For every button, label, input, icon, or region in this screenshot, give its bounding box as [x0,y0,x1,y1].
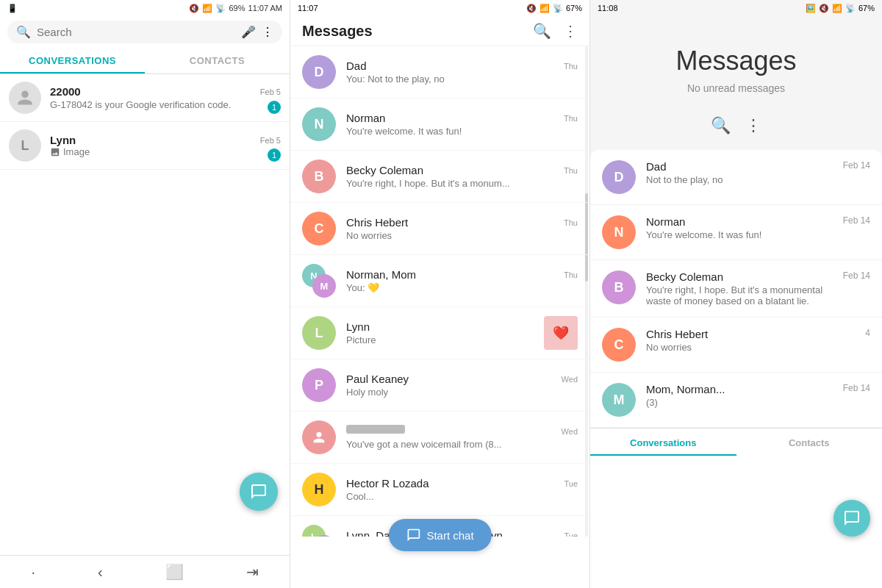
panel3-big-title: Messages [675,46,796,76]
list-item[interactable]: N Norman Thu You're welcome. It was fun! [290,98,589,151]
panel3-status-icons: 🖼️ 🔇 📶 📡 67% [806,4,875,13]
panel2-messages-app: 11:07 🔇 📶 📡 67% Messages 🔍 ⋮ D Dad Thu [290,0,590,588]
panel3-tab-conversations[interactable]: Conversations [590,429,736,456]
msg-preview: No worries [346,230,559,241]
avatar: N M [302,264,336,298]
nav-dot[interactable]: · [31,564,35,581]
panel1-wifi-icon: 📶 [202,4,212,13]
msg-time: Thu [564,218,578,227]
list-item[interactable]: N M Norman, Mom Thu You: 💛 [290,255,589,307]
msg-preview: Cool... [346,491,559,502]
start-chat-button[interactable]: Start chat [388,519,491,551]
convo-content: 22000 Feb 5 G-178042 is your Google veri… [50,85,281,110]
panel3-more-button[interactable]: ⋮ [745,116,761,135]
panel3-mute-icon: 🔇 [819,4,829,13]
avatar [9,82,41,114]
more-icon[interactable]: ⋮ [262,25,273,39]
panel1-messages-app: 📱 🔇 📶 📡 69% 11:07 AM 🔍 🎤 ⋮ CONVERSATIONS… [0,0,290,588]
list-item[interactable]: N Norman Feb 14 You're welcome. It was f… [590,205,882,260]
tab-contacts[interactable]: CONTACTS [145,48,290,74]
list-item[interactable]: C Chris Hebert Thu No worries [290,203,589,255]
list-item[interactable]: P Paul Keaney Wed Holy moly [290,359,589,412]
panel1-mute-icon: 🔇 [189,4,199,13]
list-item[interactable]: H Hector R Lozada Tue Cool... [290,464,589,516]
msg-name: Dad [346,60,367,72]
avatar [302,420,336,454]
msg-header: Norman, Mom Thu [346,268,578,281]
msg-content: Chris Hebert Thu No worries [346,216,578,241]
msg-name: Mom, Norman... [646,383,725,395]
list-item[interactable]: B Becky Coleman Thu You're right, I hope… [290,151,589,203]
msg-content: Dad Feb 14 Not to the play, no [646,160,870,185]
panel2-search-button[interactable]: 🔍 [533,22,551,40]
msg-preview: You've got a new voicemail from (8... [346,439,559,450]
panel1-battery: 69% [229,4,245,12]
msg-name: Norman [346,112,385,124]
msg-preview: No worries [646,342,845,353]
msg-content: Wed You've got a new voicemail from (8..… [346,425,578,450]
avatar: D [602,160,636,194]
msg-name: Dad [646,160,667,173]
panel2-time: 11:07 [298,4,318,12]
msg-time: Thu [564,114,578,123]
compose-fab[interactable] [240,473,278,511]
msg-time: Thu [564,62,578,71]
list-item[interactable]: L Lynn Feb 5 Image 1 [0,122,290,170]
panel2-header: Messages 🔍 ⋮ [290,16,589,46]
panel3-search-button[interactable]: 🔍 [711,116,731,135]
panel1-signal-icon: 📡 [215,4,226,13]
msg-date: Feb 14 [843,160,870,173]
panel3-status-bar: 11:08 🖼️ 🔇 📶 📡 67% [590,0,882,16]
convo-content: Lynn Feb 5 Image [50,134,281,157]
search-input[interactable] [37,26,235,38]
msg-date: Feb 14 [843,270,870,283]
avatar: B [302,159,336,193]
panel1-search-bar[interactable]: 🔍 🎤 ⋮ [7,21,282,43]
list-item[interactable]: D Dad Feb 14 Not to the play, no [590,150,882,205]
msg-name: Norman, Mom [346,268,416,281]
panel3-subtitle: No unread messages [687,82,785,94]
avatar: P [302,368,336,402]
nav-forward[interactable]: ⇥ [246,563,259,581]
panel1-tabs: CONVERSATIONS CONTACTS [0,48,290,74]
list-item[interactable]: D Dad Thu You: Not to the play, no [290,46,589,98]
panel2-wifi-icon: 📶 [539,4,550,13]
list-item[interactable]: L Lynn Picture ❤️ [290,307,589,359]
msg-header: Paul Keaney Wed [346,373,578,385]
search-icon: 🔍 [16,25,31,39]
msg-content: Dad Thu You: Not to the play, no [346,60,578,85]
convo-name: 22000 [50,85,81,98]
msg-name: Norman [646,215,685,228]
panel3-compose-fab[interactable] [833,500,870,537]
nav-recents[interactable]: ⬜ [165,563,184,581]
panel3-wifi-icon: 📶 [832,4,842,13]
avatar: N [602,215,636,249]
msg-content: Norman Thu You're welcome. It was fun! [346,112,578,137]
msg-header: Norman Thu [346,112,578,124]
msg-content: Becky Coleman Thu You're right, I hope. … [346,164,578,189]
panel2-more-button[interactable]: ⋮ [563,22,578,40]
unread-badge: 1 [268,101,281,114]
tab-conversations[interactable]: CONVERSATIONS [0,48,145,74]
panel3-convo-area: D Dad Feb 14 Not to the play, no N Norma… [590,150,882,588]
list-item[interactable]: Wed You've got a new voicemail from (8..… [290,412,589,464]
list-item[interactable]: M Mom, Norman... Feb 14 (3) [590,373,882,428]
panel3-icons-row: 🔍 ⋮ [711,116,761,135]
nav-back[interactable]: ‹ [98,564,103,581]
panel3-tab-contacts[interactable]: Contacts [736,429,883,456]
list-item[interactable]: C Chris Hebert 4 No worries [590,318,882,373]
msg-content: Norman Feb 14 You're welcome. It was fun… [646,215,870,240]
list-item[interactable]: 22000 Feb 5 G-178042 is your Google veri… [0,74,290,122]
msg-time: Tue [564,531,578,537]
msg-header: Lynn [346,320,544,333]
panel2-title: Messages [302,23,373,40]
msg-preview: You're welcome. It was fun! [346,126,559,137]
convo-preview: G-178042 is your Google verification cod… [50,99,241,110]
msg-date: Feb 14 [843,383,870,395]
msg-header: Mom, Norman... Feb 14 [646,383,870,395]
list-item[interactable]: B Becky Coleman Feb 14 You're right, I h… [590,260,882,318]
msg-name: Lynn [346,320,370,333]
panel1-bottom-nav: · ‹ ⬜ ⇥ [0,555,290,588]
msg-header: Dad Feb 14 [646,160,870,173]
mic-icon[interactable]: 🎤 [241,25,256,39]
